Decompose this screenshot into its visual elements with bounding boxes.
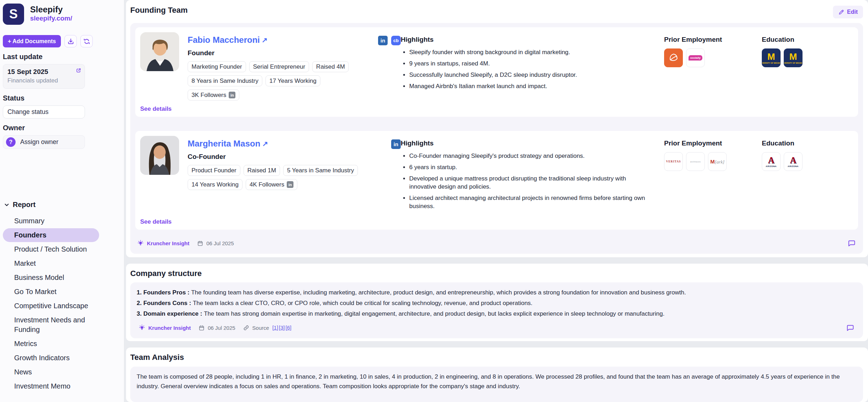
linkedin-icon[interactable]: in (391, 139, 401, 149)
mark-logo: M[ark] (708, 152, 727, 171)
followers-tag: 4K Followersin (246, 179, 297, 190)
main-content: Founding Team Edit Fabio Maccheroni ↗ (126, 0, 868, 402)
add-documents-button[interactable]: + Add Documents (3, 35, 61, 47)
linkedin-icon[interactable]: in (378, 36, 388, 45)
see-details-link[interactable]: See details (140, 100, 852, 113)
sidebar-item-market[interactable]: Market (3, 257, 99, 270)
founding-team-section: Founding Team Edit Fabio Maccheroni ↗ (126, 0, 868, 257)
assign-owner-placeholder: Assign owner (20, 138, 58, 146)
founder-tag: Marketing Founder (188, 61, 246, 72)
external-arrow-icon: ↗ (262, 139, 268, 148)
change-status-select[interactable]: Change status (3, 105, 85, 119)
company-url-link[interactable]: sleepify.com/ (30, 15, 72, 22)
linkedin-icon: in (287, 181, 293, 188)
founder-photo (140, 136, 179, 175)
sidebar-item-investment-needs-and-funding[interactable]: Investment Needs and Funding (3, 313, 99, 337)
highlight-item: Licensed architect managing architectura… (401, 194, 649, 210)
comment-button[interactable] (847, 238, 857, 248)
comment-button[interactable] (845, 323, 855, 333)
education-title: Education (762, 139, 852, 147)
company-structure-list: 1. Founders Pros : The founding team has… (137, 287, 857, 319)
founder-name: Fabio Maccheroni (188, 35, 260, 45)
prior-employment-logos: VERITASarchitectsM[ark] (664, 152, 762, 171)
source-label: Source (252, 325, 269, 331)
founders-list: Fabio Maccheroni ↗ Founder Marketing Fou… (135, 27, 858, 230)
veritas-logo: VERITAS (664, 152, 683, 171)
male-portrait (140, 32, 179, 71)
comment-icon (846, 323, 855, 332)
sidebar-item-growth-indicators[interactable]: Growth Indicators (3, 351, 99, 365)
sidebar-item-label: Market (14, 259, 36, 267)
crunchbase-icon[interactable]: cb (391, 36, 401, 45)
report-label: Report (13, 201, 35, 209)
question-icon: ? (6, 137, 16, 147)
founder-name-link[interactable]: Margherita Mason ↗ (188, 139, 373, 149)
highlights-title: Highlights (401, 36, 664, 44)
founder-role: Founder (188, 49, 370, 57)
sidebar-item-news[interactable]: News (3, 365, 99, 379)
founder-name-link[interactable]: Fabio Maccheroni ↗ (188, 35, 370, 45)
see-details-link[interactable]: See details (140, 213, 852, 225)
sidebar-item-label: Investment Memo (14, 382, 70, 390)
sidebar-item-investment-memo[interactable]: Investment Memo (3, 379, 99, 393)
founder-tag: 14 Years Working (188, 179, 242, 190)
founder-tags: Product FounderRaised 1M5 Years in Same … (188, 165, 373, 190)
refresh-icon (83, 38, 90, 45)
sidebar-item-label: Founders (14, 231, 46, 239)
founder-tag: Product Founder (188, 165, 240, 176)
sidebar-item-label: News (14, 368, 32, 376)
highlights-title: Highlights (401, 139, 664, 147)
sidebar-item-founders[interactable]: Founders (3, 228, 99, 242)
download-icon (67, 38, 74, 45)
arizona-logo: AARIZONA (784, 152, 803, 171)
sidebar-item-label: Summary (14, 217, 45, 225)
sidebar-item-competitive-landscape[interactable]: Competitive Landscape (3, 299, 99, 313)
founder-tag: 17 Years Working (265, 75, 320, 86)
source-link[interactable]: [6] (286, 325, 292, 331)
linkedin-icon: in (229, 92, 235, 98)
prior-employment-title: Prior Employment (664, 139, 762, 147)
edit-button[interactable]: Edit (833, 6, 863, 18)
status-label: Status (3, 94, 121, 102)
founder-tag: Raised 4M (312, 61, 349, 72)
sidebar-item-summary[interactable]: Summary (3, 214, 99, 228)
team-analysis-box: The team is composed of 28 people, inclu… (130, 367, 863, 402)
comment-icon (847, 239, 856, 247)
education-logos: AARIZONAAARIZONA (762, 152, 852, 171)
sidebar-item-label: Competitive Landscape (14, 302, 88, 310)
link-icon (243, 325, 249, 331)
founder-tags: Marketing FounderSerial EntrepreneurRais… (188, 61, 370, 100)
edit-button-label: Edit (847, 9, 858, 15)
company-structure-item: 2. Founders Cons : The team lacks a clea… (137, 298, 857, 309)
sidebar-item-business-model[interactable]: Business Model (3, 271, 99, 285)
female-portrait (140, 136, 179, 175)
calendar-icon (197, 240, 203, 246)
refresh-button[interactable] (80, 35, 93, 47)
report-section-toggle[interactable]: Report (4, 201, 121, 209)
download-button[interactable] (64, 35, 77, 47)
michigan-logo: MUNIVERSITY OF MICHIGAN (762, 48, 781, 67)
sleepify-logo: S (3, 4, 24, 25)
founder-role: Co-Founder (188, 153, 373, 161)
insight-date: 06 Jul 2025 (206, 240, 234, 246)
founder-tag: 5 Years in Same Industry (283, 165, 358, 176)
highlights-list: Sleepify founder with strong background … (401, 48, 649, 90)
company-name: Sleepify (30, 4, 72, 15)
founder-card-fabio-maccheroni: Fabio Maccheroni ↗ Founder Marketing Fou… (135, 27, 858, 117)
external-link-icon[interactable] (76, 68, 81, 73)
pencil-icon (838, 9, 844, 15)
last-update-note: Financials updated (7, 77, 80, 84)
founder-social-icons: incb (378, 32, 401, 100)
calendar-icon (199, 325, 205, 331)
highlight-item: Sleepify founder with strong background … (401, 48, 649, 56)
source-links: [1][3][6] (272, 325, 292, 331)
education-logos: MUNIVERSITY OF MICHIGANMUNIVERSITY OF MI… (762, 48, 852, 67)
founder-social-icons: in (391, 136, 401, 213)
source-link[interactable]: [3] (279, 325, 285, 331)
sidebar-item-product-tech-solution[interactable]: Product / Tech Solution (3, 242, 99, 256)
app-root: S Sleepify sleepify.com/ + Add Documents… (0, 0, 868, 402)
source-link[interactable]: [1] (272, 325, 278, 331)
sidebar-item-go-to-market[interactable]: Go To Market (3, 285, 99, 299)
assign-owner-button[interactable]: ? Assign owner (3, 135, 85, 149)
sidebar-item-metrics[interactable]: Metrics (3, 337, 99, 351)
